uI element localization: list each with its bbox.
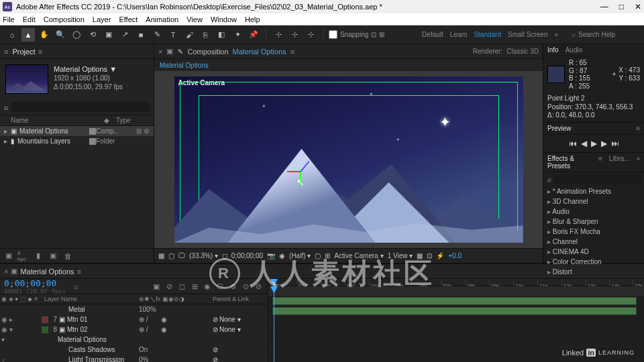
panel-menu-icon[interactable]: × (158, 48, 162, 56)
fast-preview-icon[interactable]: ⚡ (436, 252, 444, 259)
hand-tool[interactable]: ✋ (38, 28, 51, 42)
menu-view[interactable]: View (186, 15, 203, 23)
shy-icon[interactable]: ⊘ (164, 281, 174, 292)
interpret-footage-icon[interactable]: ▣ (3, 250, 15, 262)
alpha-toggle-icon[interactable]: ▦ (158, 252, 164, 259)
grid-icon[interactable]: ⊞ (325, 252, 330, 259)
fx-category[interactable]: Boris FX Mocha (543, 227, 644, 237)
time-ruler[interactable]: :00f 01s 02s 03s 04s 05s 06s 07s 08s 09s… (268, 279, 644, 286)
brush-tool[interactable]: 🖌 (182, 28, 196, 42)
snap-opt2-icon[interactable]: ⊞ (379, 31, 384, 38)
minimize-button[interactable]: — (600, 2, 608, 11)
rotate-tool[interactable]: ⟲ (86, 28, 99, 42)
zoom-dropdown[interactable]: (33.3%) ▾ (189, 252, 218, 259)
eraser-tool[interactable]: ◧ (215, 28, 228, 42)
layer-bar[interactable] (272, 297, 637, 305)
comp-tab-name[interactable]: Material Options (233, 48, 286, 56)
preview-menu-icon[interactable]: ≡ (636, 125, 640, 132)
audio-tab[interactable]: Audio (566, 46, 583, 54)
search-icon[interactable]: ⌕ (74, 282, 78, 290)
col-type[interactable]: Type (116, 117, 150, 124)
axis-local[interactable]: ⊹ (272, 28, 285, 42)
camera-dropdown[interactable]: Active Camera ▾ (334, 252, 383, 259)
property-row[interactable]: Casts Shadows On ⊘ (0, 345, 268, 355)
orbit-tool[interactable]: ◯ (70, 28, 83, 42)
project-item-folder[interactable]: ▸ ▮ Mountains Layers Folder (0, 136, 154, 146)
channel-icon[interactable]: ◉ (279, 252, 285, 259)
draft3d-icon[interactable]: ◻ (176, 281, 187, 292)
workspace-more[interactable]: » (554, 31, 558, 38)
fx-category[interactable]: Channel (543, 237, 644, 247)
layer-bar[interactable] (272, 307, 637, 315)
bpc-button[interactable]: 8 bpc (17, 250, 30, 262)
breadcrumb-item[interactable]: Material Options (160, 62, 209, 69)
first-frame-button[interactable]: ⏮ (569, 139, 577, 148)
fx-category[interactable]: Blur & Sharpen (543, 217, 644, 227)
selection-tool[interactable]: ▲ (21, 28, 35, 42)
workspace-learn[interactable]: Learn (450, 31, 468, 38)
col-name[interactable]: Name (4, 117, 104, 124)
display-toggle-icon[interactable]: 🖵 (178, 252, 185, 259)
maximize-button[interactable]: □ (619, 2, 624, 11)
menu-layer[interactable]: Layer (93, 15, 111, 23)
libraries-tab[interactable]: Libra... (609, 155, 630, 170)
lock-tab-icon[interactable]: ▣ (11, 267, 17, 276)
layer-row[interactable]: Metal 100% (0, 304, 268, 314)
parent-dropdown[interactable]: None ▾ (219, 326, 241, 333)
comp-thumbnail[interactable] (5, 64, 48, 94)
menu-composition[interactable]: Composition (44, 15, 85, 23)
parent-dropdown[interactable]: None ▾ (219, 316, 241, 323)
comp-name[interactable]: Material Options ▼ (54, 64, 123, 74)
playhead[interactable] (274, 279, 274, 286)
tabs-more[interactable]: » (636, 155, 640, 170)
motion-blur-icon[interactable]: ◉ (202, 281, 213, 292)
col-tag[interactable]: ◆ (104, 117, 116, 124)
next-frame-button[interactable]: ▶ (601, 139, 607, 148)
pen-tool[interactable]: ✎ (150, 28, 164, 42)
puppet-tool[interactable]: 📌 (247, 28, 260, 42)
time-display[interactable]: 0;00;00;00 (231, 252, 263, 259)
effects-tab[interactable]: Effects & Presets (547, 155, 590, 170)
info-tab[interactable]: Info (547, 46, 559, 54)
menu-animation[interactable]: Animation (146, 15, 178, 23)
workspace-small[interactable]: Small Screen (508, 31, 547, 38)
effects-search-input[interactable] (553, 174, 641, 184)
res-toggle-icon[interactable]: ◻ (222, 252, 227, 259)
fx-category[interactable]: CINEMA 4D (543, 247, 644, 257)
property-row[interactable]: ⬨ Light Transmission 0% ⊘ (0, 355, 268, 362)
roi-icon[interactable]: ▢ (315, 252, 321, 259)
trash-icon[interactable]: 🗑 (62, 250, 74, 262)
snap-opt-icon[interactable]: ⊡ (371, 31, 376, 38)
timeline-tab[interactable]: Material Options (20, 267, 74, 276)
comp-mini-icon[interactable]: ▣ (151, 281, 162, 292)
menu-edit[interactable]: Edit (23, 15, 36, 23)
project-search-input[interactable] (11, 102, 150, 112)
layer-row[interactable]: ◉ ▾ 8 ▣ Mtn 02 ⊕ / ◉ ⊘ None ▾ (0, 324, 268, 335)
home-button[interactable]: ⌂ (5, 28, 19, 42)
playhead-line[interactable] (274, 286, 274, 362)
snapping-checkbox[interactable] (329, 30, 337, 39)
search-help-label[interactable]: Search Help (578, 31, 615, 38)
view-opt-icon[interactable]: ▦ (417, 252, 423, 259)
composition-viewer[interactable]: Active Camera ✦ ✦ ✦ ✦ ↖ (174, 76, 523, 243)
transform-gizmo[interactable]: ↖ (287, 172, 314, 198)
panel-menu-icon[interactable]: ≡ (4, 48, 8, 56)
clone-tool[interactable]: ⎘ (199, 28, 212, 42)
workspace-standard[interactable]: Standard (474, 31, 501, 38)
property-group[interactable]: ▾ Material Options (0, 335, 268, 345)
menu-effect[interactable]: Effect (119, 15, 138, 23)
prev-frame-button[interactable]: ◀ (581, 139, 587, 148)
pan-behind-tool[interactable]: ↗ (118, 28, 131, 42)
menu-help[interactable]: Help (245, 15, 260, 23)
layer-row[interactable]: ◉ ▸ 7 ▣ Mtn 01 ⊕ / ◉ ⊘ None ▾ (0, 314, 268, 324)
text-tool[interactable]: T (166, 28, 180, 42)
prop-value[interactable]: 0% (139, 356, 213, 362)
axis-world[interactable]: ⊹ (288, 28, 301, 42)
auto-keyframe-icon[interactable]: ⊙ (240, 281, 251, 292)
play-button[interactable]: ▶ (591, 139, 597, 148)
mask-toggle-icon[interactable]: ▢ (168, 252, 174, 259)
close-tab-icon[interactable]: × (4, 267, 8, 276)
fx-category[interactable]: 3D Channel (543, 196, 644, 206)
menu-file[interactable]: File (3, 15, 15, 23)
link-icon[interactable]: ⊘ (253, 281, 264, 292)
